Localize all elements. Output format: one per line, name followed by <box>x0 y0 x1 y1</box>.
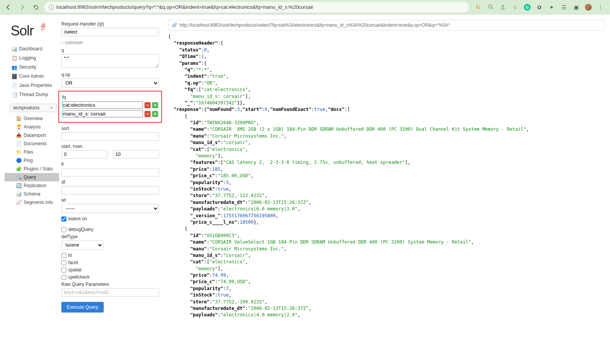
df-input[interactable] <box>61 186 159 194</box>
zoom-icon[interactable] <box>487 4 494 11</box>
q-input[interactable] <box>61 54 159 68</box>
extension-icons: G ☆ G ✿ ✦ ☰ ▣ ⋮ <box>472 4 607 11</box>
solr-sun-icon <box>35 21 46 32</box>
url-text: localhost:8983/solr/#/techproducts/query… <box>56 4 313 10</box>
fq-remove-0[interactable]: − <box>144 102 151 108</box>
spellcheck-checkbox[interactable] <box>61 275 66 280</box>
debug-label: debugQuery <box>68 227 93 232</box>
common-label: common <box>61 39 159 48</box>
core-sub-nav: 🏠Overview 🏆Analysis 📥Dataimport 📄Documen… <box>0 114 59 207</box>
playlist-icon[interactable]: ☰ <box>560 4 567 11</box>
subnav-plugins[interactable]: 🧩Plugins / Stats <box>5 165 59 173</box>
panel-icon[interactable]: ▣ <box>573 4 580 11</box>
fq-add-1[interactable]: + <box>152 111 158 117</box>
df-label: df <box>61 180 159 185</box>
deftype-select[interactable]: lucene <box>61 241 103 250</box>
subnav-segments[interactable]: 📈Segments info <box>5 198 59 207</box>
puzzle-icon[interactable]: ✦ <box>548 4 555 11</box>
subnav-replication[interactable]: 🔄Replication <box>5 181 59 190</box>
fl-input[interactable] <box>61 168 159 176</box>
sidebar: Solr 📊Dashboard 📋Logging 👥Security 🗄️Cor… <box>0 14 59 324</box>
response-url-box[interactable]: 🔗 http://localhost:8983/solr/techproduct… <box>168 20 605 30</box>
forward-button[interactable] <box>17 2 27 13</box>
nav-dashboard[interactable]: 📊Dashboard <box>0 44 59 53</box>
spellcheck-label: spellcheck <box>68 274 90 280</box>
wt-label: wt <box>61 197 159 203</box>
execute-query-button[interactable]: Execute Query <box>61 302 104 313</box>
subnav-ping[interactable]: 🔵Ping <box>5 156 59 165</box>
nav-java-properties[interactable]: 📄Java Properties <box>0 81 59 90</box>
start-rows-label: start, rows <box>61 144 159 149</box>
main-nav: 📊Dashboard 📋Logging 👥Security 🗄️Core Adm… <box>0 44 59 99</box>
back-button[interactable] <box>3 2 14 13</box>
svg-point-0 <box>488 5 492 8</box>
subnav-query[interactable]: 🔍Query <box>5 173 59 181</box>
qt-input[interactable] <box>61 28 159 36</box>
site-info-icon[interactable]: i <box>49 5 54 10</box>
fq-input-1[interactable] <box>62 110 143 117</box>
fq-label: fq <box>62 95 158 100</box>
nav-security[interactable]: 👥Security <box>0 63 59 72</box>
qop-select[interactable]: OR <box>61 79 159 88</box>
facet-checkbox[interactable] <box>61 260 66 265</box>
nav-core-admin[interactable]: 🗄️Core Admin <box>0 72 59 81</box>
svg-line-1 <box>491 8 493 10</box>
qt-label: Request-Handler (qt) <box>61 21 159 27</box>
url-bar[interactable]: i localhost:8983/solr/#/techproducts/que… <box>44 2 469 13</box>
hl-label: hl <box>68 253 72 258</box>
subnav-analysis[interactable]: 🏆Analysis <box>5 123 59 131</box>
query-form: Request-Handler (qt) common q q.op OR fq… <box>59 14 163 324</box>
spatial-label: spatial <box>68 267 82 273</box>
debug-checkbox[interactable] <box>61 227 66 232</box>
fq-add-0[interactable]: + <box>152 102 158 108</box>
json-response: { "responseHeader":{ "status":0, "QTime"… <box>168 34 605 319</box>
share-icon[interactable] <box>499 4 506 11</box>
profile-avatar[interactable] <box>585 4 592 11</box>
spatial-checkbox[interactable] <box>61 268 66 273</box>
google-icon[interactable]: G <box>475 4 482 11</box>
nav-logging[interactable]: 📋Logging <box>0 53 59 63</box>
raw-label: Raw Query Parameters <box>61 282 159 287</box>
core-selector[interactable]: techproducts▼ <box>10 104 57 112</box>
hl-checkbox[interactable] <box>61 253 66 258</box>
start-input[interactable] <box>61 150 108 159</box>
deftype-label: defType <box>61 234 159 239</box>
response-panel: 🔗 http://localhost:8983/solr/techproduct… <box>163 14 610 324</box>
subnav-files[interactable]: 📁Files <box>5 148 59 156</box>
rows-input[interactable] <box>113 150 159 159</box>
sort-label: sort <box>61 126 159 131</box>
indent-label: indent on <box>68 216 87 221</box>
browser-toolbar: i localhost:8983/solr/#/techproducts/que… <box>0 0 610 14</box>
menu-icon[interactable]: ⋮ <box>597 4 604 11</box>
sort-input[interactable] <box>61 132 159 141</box>
bookmark-icon[interactable]: ☆ <box>512 4 518 11</box>
fq-remove-1[interactable]: − <box>144 111 151 117</box>
q-label: q <box>61 48 159 53</box>
subnav-overview[interactable]: 🏠Overview <box>5 114 59 123</box>
indent-checkbox[interactable] <box>61 216 66 221</box>
solr-logo: Solr <box>0 21 59 44</box>
fq-highlighted-section: fq − + − + <box>58 91 162 123</box>
reload-button[interactable] <box>30 2 41 13</box>
qop-label: q.op <box>61 72 159 77</box>
grammarly-icon[interactable]: G <box>524 4 531 11</box>
link-icon: 🔗 <box>172 22 177 28</box>
gear-icon[interactable]: ✿ <box>536 4 543 11</box>
raw-input[interactable] <box>61 288 159 297</box>
fq-input-0[interactable] <box>62 101 143 109</box>
facet-label: facet <box>68 260 78 265</box>
subnav-dataimport[interactable]: 📥Dataimport <box>5 131 59 140</box>
subnav-documents[interactable]: 📄Documents <box>5 140 59 148</box>
wt-select[interactable]: ------ <box>61 204 159 213</box>
subnav-schema[interactable]: 📊Schema <box>5 190 59 198</box>
nav-thread-dump[interactable]: 📑Thread Dump <box>0 90 59 99</box>
response-url: http://localhost:8983/solr/techproducts/… <box>180 22 450 28</box>
fl-label: fl <box>61 162 159 167</box>
